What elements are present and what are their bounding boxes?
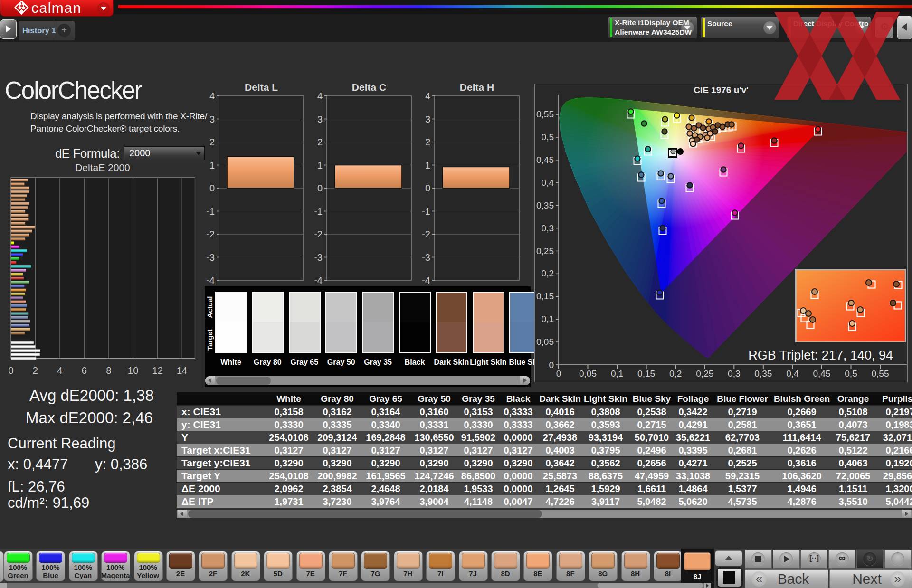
svg-text:3: 3 [209,114,215,124]
svg-text:2: 2 [209,137,215,147]
svg-text:10: 10 [128,365,138,376]
svg-text:-4: -4 [314,275,323,285]
svg-text:-2: -2 [314,229,323,239]
svg-text:4: 4 [57,365,62,376]
svg-text:2: 2 [317,137,323,147]
svg-text:1: 1 [425,160,430,171]
svg-text:-3: -3 [422,252,430,263]
svg-text:6: 6 [82,365,87,376]
svg-text:-1: -1 [206,206,215,217]
svg-text:2: 2 [425,137,430,147]
svg-text:-3: -3 [314,252,323,263]
svg-text:0: 0 [209,183,215,193]
svg-text:-2: -2 [422,229,430,239]
svg-text:8: 8 [106,365,111,376]
svg-text:1: 1 [209,160,215,171]
svg-text:3: 3 [425,114,430,124]
svg-text:1: 1 [317,160,323,171]
svg-text:3: 3 [317,114,323,124]
svg-text:-4: -4 [422,275,430,285]
svg-text:0: 0 [425,183,430,193]
svg-text:0: 0 [317,183,323,193]
svg-text:2: 2 [33,365,38,376]
svg-text:14: 14 [177,365,187,376]
svg-text:-1: -1 [314,206,323,217]
svg-text:-2: -2 [206,229,215,239]
svg-text:12: 12 [152,365,163,376]
svg-text:-3: -3 [206,252,215,263]
svg-text:-1: -1 [422,206,430,217]
svg-text:0: 0 [8,365,13,376]
svg-text:-4: -4 [206,275,215,285]
